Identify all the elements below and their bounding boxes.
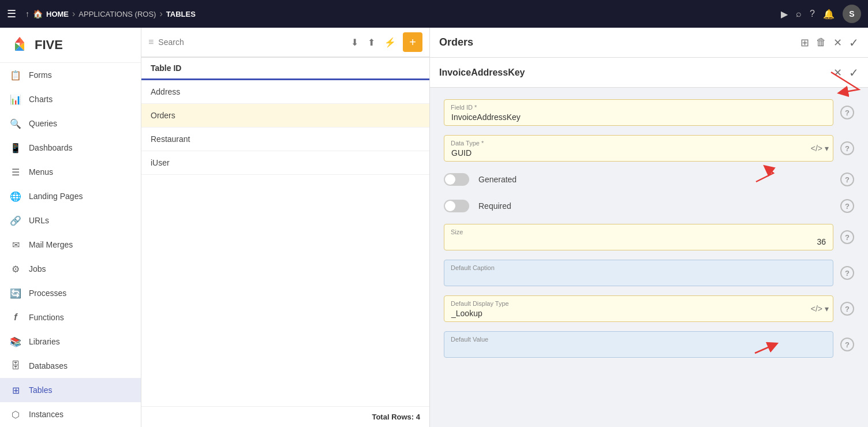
default-value-wrap: Default Value — [444, 331, 833, 358]
sidebar-item-forms[interactable]: 📋 Forms — [0, 63, 141, 87]
sidebar-item-dashboards[interactable]: 📱 Dashboards — [0, 136, 141, 160]
table-list-panel: ≡ ⬇ ⬆ ⚡ + Table ID Address Orders Restau… — [141, 28, 430, 427]
field-id-input[interactable] — [444, 99, 833, 126]
sidebar-item-jobs[interactable]: ⚙ Jobs — [0, 257, 141, 281]
generated-toggle[interactable] — [444, 173, 469, 186]
sidebar-item-charts[interactable]: 📊 Charts — [0, 87, 141, 111]
detail-header-actions: ⊞ 🗑 ✕ ✓ — [800, 36, 859, 50]
field-id-wrap: Field ID * — [444, 99, 833, 126]
default-display-type-row: Default Display Type _Lookup </> ▾ ? — [444, 295, 854, 322]
total-rows-label: Total Rows: 4 — [372, 413, 420, 421]
jobs-icon: ⚙ — [9, 263, 22, 275]
data-type-row: Data Type * GUID </> ▾ ? — [444, 135, 854, 162]
generated-help-icon[interactable]: ? — [840, 173, 854, 186]
search-button[interactable]: ⌕ — [796, 9, 802, 19]
data-type-wrap: Data Type * GUID </> ▾ — [444, 135, 833, 162]
mail-merges-icon: ✉ — [9, 238, 22, 251]
default-display-type-select-icons: </> ▾ — [811, 304, 829, 313]
sidebar-item-databases[interactable]: 🗄 Databases — [0, 354, 141, 378]
sidebar-item-menus[interactable]: ☰ Menus — [0, 160, 141, 184]
sidebar-logo: FIVE — [0, 28, 141, 63]
table-row[interactable]: Restaurant — [141, 128, 429, 151]
confirm-field-button[interactable]: ✓ — [849, 66, 859, 80]
table-id-column-label: Table ID — [151, 63, 181, 73]
default-caption-input[interactable] — [444, 260, 833, 286]
menu-icon[interactable]: ☰ — [7, 8, 16, 20]
avatar[interactable]: S — [843, 5, 861, 23]
close-field-button[interactable]: ✕ — [833, 66, 842, 79]
sidebar-item-instances[interactable]: ⬡ Instances — [0, 402, 141, 426]
delete-button[interactable]: 🗑 — [816, 36, 826, 48]
field-id-row: Field ID * ? — [444, 99, 854, 126]
sidebar-item-libraries[interactable]: 📚 Libraries — [0, 329, 141, 354]
default-display-type-select[interactable]: _Lookup </> ▾ — [444, 295, 833, 322]
help-button[interactable]: ? — [810, 9, 815, 19]
size-wrap: Size — [444, 224, 833, 250]
search-input[interactable] — [158, 38, 344, 47]
sidebar-label-processes: Processes — [29, 289, 66, 298]
charts-icon: 📊 — [9, 93, 22, 106]
confirm-orders-button[interactable]: ✓ — [849, 36, 859, 50]
size-row: Size ? — [444, 224, 854, 250]
download-button[interactable]: ⬇ — [349, 35, 361, 50]
table-list-footer: Total Rows: 4 — [141, 406, 429, 427]
required-toggle[interactable] — [444, 200, 469, 212]
required-help-icon[interactable]: ? — [840, 199, 854, 213]
add-button[interactable]: + — [403, 32, 422, 52]
default-value-help-icon[interactable]: ? — [840, 338, 854, 351]
field-id-help-icon[interactable]: ? — [840, 106, 854, 119]
data-type-value: GUID — [451, 148, 472, 158]
sidebar: FIVE 📋 Forms 📊 Charts 🔍 Queries 📱 Dashbo… — [0, 28, 141, 427]
sidebar-item-processes[interactable]: 🔄 Processes — [0, 281, 141, 305]
landing-pages-icon: 🌐 — [9, 190, 22, 203]
data-type-select[interactable]: GUID </> ▾ — [444, 135, 833, 162]
lightning-button[interactable]: ⚡ — [382, 35, 398, 50]
play-button[interactable]: ▶ — [781, 9, 788, 20]
sidebar-label-libraries: Libraries — [29, 337, 60, 346]
default-caption-row: Default Caption ? — [444, 260, 854, 286]
required-label: Required — [478, 201, 511, 211]
main-layout: FIVE 📋 Forms 📊 Charts 🔍 Queries 📱 Dashbo… — [0, 28, 868, 427]
grid-view-button[interactable]: ⊞ — [800, 36, 809, 49]
sidebar-label-menus: Menus — [29, 167, 53, 177]
table-row[interactable]: iUser — [141, 151, 429, 175]
table-row-label: Address — [151, 87, 180, 96]
menus-icon: ☰ — [9, 166, 22, 178]
default-caption-help-icon[interactable]: ? — [840, 266, 854, 280]
up-arrow-icon[interactable]: ↑ — [25, 9, 29, 18]
sidebar-item-urls[interactable]: 🔗 URLs — [0, 208, 141, 233]
instances-icon: ⬡ — [9, 408, 22, 421]
breadcrumb: ↑ 🏠 HOME › APPLICATIONS (ROS) › TABLES — [25, 9, 776, 19]
default-value-input[interactable] — [444, 331, 833, 358]
size-help-icon[interactable]: ? — [840, 230, 854, 244]
table-list-toolbar: ≡ ⬇ ⬆ ⚡ + — [141, 28, 429, 58]
chevron-down-icon-2: ▾ — [825, 304, 829, 313]
table-row-label: Restaurant — [151, 134, 190, 144]
sidebar-item-queries[interactable]: 🔍 Queries — [0, 111, 141, 136]
data-type-help-icon[interactable]: ? — [840, 141, 854, 155]
code-icon: </> — [811, 144, 822, 153]
detail-panel-header: Orders ⊞ 🗑 ✕ ✓ — [430, 28, 868, 58]
default-display-type-help-icon[interactable]: ? — [840, 302, 854, 316]
topbar: ☰ ↑ 🏠 HOME › APPLICATIONS (ROS) › TABLES… — [0, 0, 868, 28]
home-label[interactable]: HOME — [46, 10, 69, 18]
filter-icon: ≡ — [148, 37, 154, 47]
upload-button[interactable]: ⬆ — [365, 35, 377, 50]
topbar-actions: ▶ ⌕ ? 🔔 S — [781, 5, 861, 23]
close-orders-button[interactable]: ✕ — [833, 36, 842, 49]
bell-icon[interactable]: 🔔 — [823, 9, 835, 20]
sidebar-label-functions: Functions — [29, 313, 64, 322]
app-label[interactable]: APPLICATIONS (ROS) — [78, 10, 156, 18]
sidebar-label-charts: Charts — [29, 95, 53, 104]
size-input[interactable] — [444, 224, 833, 250]
table-row[interactable]: Orders — [141, 104, 429, 128]
detail-panel: Orders ⊞ 🗑 ✕ ✓ InvoiceAddressKey ✕ ✓ — [430, 28, 868, 427]
sidebar-item-functions[interactable]: f Functions — [0, 305, 141, 329]
sidebar-item-landing-pages[interactable]: 🌐 Landing Pages — [0, 184, 141, 208]
table-row[interactable]: Address — [141, 80, 429, 104]
generated-toggle-row: Generated — [444, 171, 833, 188]
sidebar-item-tables[interactable]: ⊞ Tables — [0, 378, 141, 402]
sidebar-item-mail-merges[interactable]: ✉ Mail Merges — [0, 233, 141, 257]
default-display-type-value: _Lookup — [451, 309, 482, 318]
functions-icon: f — [9, 311, 22, 324]
